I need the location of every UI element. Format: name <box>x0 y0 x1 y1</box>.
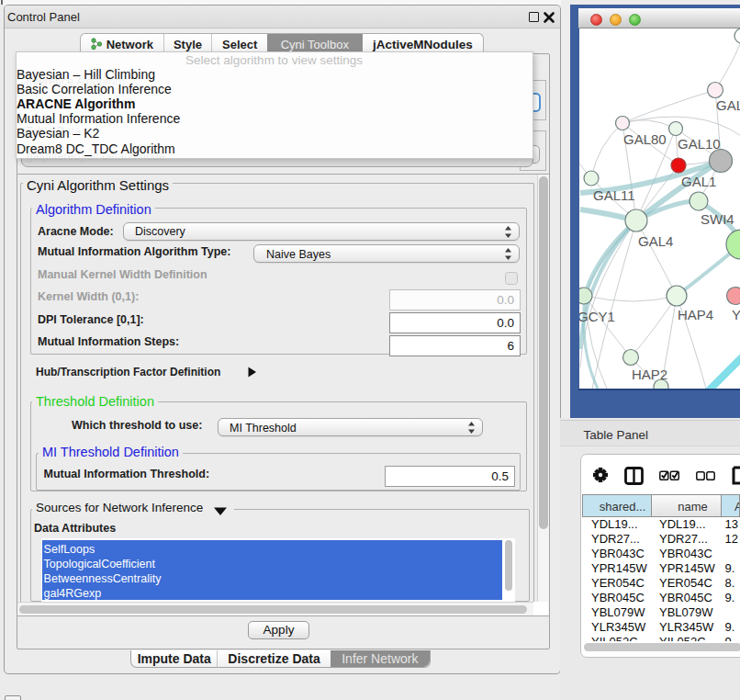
svg-text:GAL10: GAL10 <box>678 136 721 152</box>
svg-text:GAL2: GAL2 <box>716 97 740 113</box>
svg-text:GAL4: GAL4 <box>638 233 673 249</box>
svg-text:GCY1: GCY1 <box>579 309 615 324</box>
svg-text:YJ: YJ <box>732 307 740 322</box>
svg-text:GAL80: GAL80 <box>623 131 667 147</box>
svg-text:GAL1: GAL1 <box>681 174 716 189</box>
svg-text:HAP2: HAP2 <box>632 367 667 382</box>
svg-text:HAP4: HAP4 <box>678 307 713 322</box>
svg-text:GAL11: GAL11 <box>593 187 635 203</box>
svg-text:SWI4: SWI4 <box>701 211 734 227</box>
